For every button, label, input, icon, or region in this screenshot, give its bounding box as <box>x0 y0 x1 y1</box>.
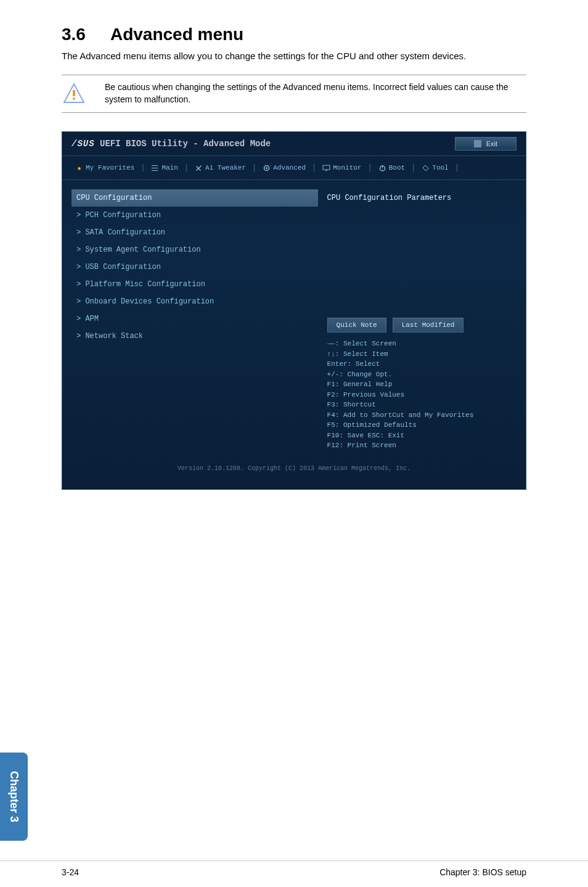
warning-text: Be cautious when changing the settings o… <box>105 81 526 105</box>
hotkeys-list: →←: Select Screen ↑↓: Select Item Enter:… <box>327 339 517 451</box>
tab-monitor-label: Monitor <box>333 164 361 171</box>
svg-rect-0 <box>73 90 75 96</box>
last-modified-button[interactable]: Last Modified <box>393 318 464 332</box>
tab-separator: | <box>183 161 190 175</box>
exit-label: Exit <box>486 140 497 147</box>
svg-rect-4 <box>152 170 158 171</box>
bios-footer: Version 2.10.1208. Copyright (C) 2013 Am… <box>62 460 526 477</box>
tab-tool[interactable]: Tool <box>418 161 452 175</box>
tab-favorites[interactable]: ★ My Favorites <box>71 161 138 175</box>
tab-separator: | <box>366 161 373 175</box>
tab-main-label: Main <box>161 164 178 171</box>
hotkey-line: F4: Add to ShortCut and My Favorites <box>327 410 517 421</box>
warning-box: Be cautious when changing the settings o… <box>62 75 526 113</box>
section-number: 3.6 <box>62 25 86 44</box>
warning-icon <box>62 81 86 106</box>
tab-main[interactable]: Main <box>147 161 181 175</box>
asus-logo: /SUS <box>71 139 95 149</box>
exit-button[interactable]: Exit <box>455 137 517 151</box>
tab-boot-label: Boot <box>389 164 405 171</box>
quick-note-button[interactable]: Quick Note <box>327 318 386 332</box>
config-item-cpu[interactable]: CPU Configuration <box>71 189 318 207</box>
bios-tabs: ★ My Favorites | Main | Ai Tweaker | <box>62 156 526 180</box>
config-menu: CPU Configuration PCH Configuration SATA… <box>71 189 318 451</box>
bios-right-panel: CPU Configuration Parameters Quick Note … <box>327 189 517 451</box>
hotkey-line: F1: General Help <box>327 379 517 390</box>
section-title: Advanced menu <box>110 25 243 44</box>
section-heading: 3.6Advanced menu <box>62 25 526 44</box>
tab-tweaker-label: Ai Tweaker <box>205 164 246 171</box>
tab-separator: | <box>139 161 146 175</box>
tab-monitor[interactable]: Monitor <box>319 161 365 175</box>
tab-separator: | <box>311 161 317 175</box>
bios-title: UEFI BIOS Utility - Advanced Mode <box>100 139 271 149</box>
svg-rect-10 <box>382 165 383 168</box>
exit-icon <box>474 140 481 147</box>
bios-logo: /SUS UEFI BIOS Utility - Advanced Mode <box>71 139 271 149</box>
tab-tool-label: Tool <box>432 164 448 171</box>
tab-separator: | <box>410 161 417 175</box>
hotkey-line: +/-: Change Opt. <box>327 369 517 380</box>
tab-boot[interactable]: Boot <box>375 161 409 175</box>
config-item-apm[interactable]: APM <box>71 310 318 328</box>
config-item-onboard[interactable]: Onboard Devices Configuration <box>71 293 318 310</box>
svg-rect-7 <box>323 165 330 170</box>
svg-point-1 <box>73 97 75 100</box>
hotkey-line: ↑↓: Select Item <box>327 349 517 360</box>
svg-rect-3 <box>152 168 158 168</box>
svg-rect-8 <box>325 170 327 171</box>
right-panel-header: CPU Configuration Parameters <box>327 189 517 207</box>
wrench-icon <box>195 164 203 172</box>
tool-icon <box>422 164 430 172</box>
svg-point-6 <box>266 167 267 169</box>
bios-header: /SUS UEFI BIOS Utility - Advanced Mode E… <box>62 132 526 156</box>
tab-advanced[interactable]: Advanced <box>259 161 309 175</box>
config-item-platform[interactable]: Platform Misc Configuration <box>71 276 318 293</box>
tab-separator: | <box>454 161 460 175</box>
tab-tweaker[interactable]: Ai Tweaker <box>191 161 250 175</box>
hotkey-line: F3: Shortcut <box>327 400 517 410</box>
list-icon <box>151 164 159 172</box>
config-item-usb[interactable]: USB Configuration <box>71 258 318 276</box>
hotkey-line: Enter: Select <box>327 359 517 369</box>
hotkey-line: F5: Optimized Defaults <box>327 420 517 431</box>
gear-icon <box>263 164 271 172</box>
config-item-network[interactable]: Network Stack <box>71 328 318 345</box>
config-item-pch[interactable]: PCH Configuration <box>71 207 318 224</box>
monitor-icon <box>322 164 330 172</box>
config-item-sata[interactable]: SATA Configuration <box>71 224 318 241</box>
bios-body: CPU Configuration PCH Configuration SATA… <box>62 180 526 460</box>
buttons-row: Quick Note Last Modified <box>327 318 517 332</box>
hotkey-line: F12: Print Screen <box>327 440 517 451</box>
svg-rect-2 <box>152 165 158 166</box>
bios-screenshot: /SUS UEFI BIOS Utility - Advanced Mode E… <box>62 131 526 490</box>
hotkey-line: →←: Select Screen <box>327 339 517 349</box>
tab-separator: | <box>251 161 258 175</box>
hotkey-line: F2: Previous Values <box>327 390 517 400</box>
tab-favorites-label: My Favorites <box>86 164 134 171</box>
power-icon <box>378 164 386 172</box>
section-description: The Advanced menu items allow you to cha… <box>62 49 526 62</box>
tab-advanced-label: Advanced <box>273 164 306 171</box>
config-item-system-agent[interactable]: System Agent Configuration <box>71 241 318 258</box>
hotkey-line: F10: Save ESC: Exit <box>327 431 517 441</box>
star-icon: ★ <box>75 164 83 172</box>
